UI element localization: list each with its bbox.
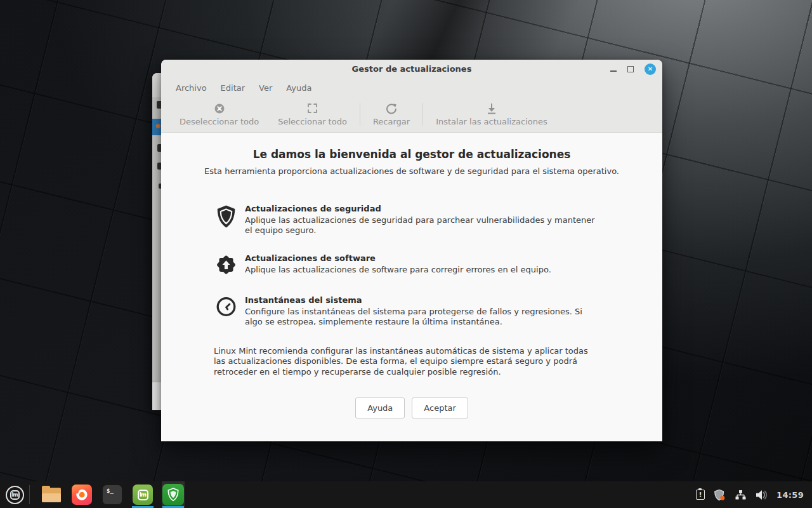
snapshot-clock-icon (216, 295, 237, 328)
toolbar-separator (422, 103, 423, 126)
taskbar-item-update-manager[interactable] (162, 481, 185, 508)
install-updates-label: Instalar las actualizaciones (436, 117, 547, 126)
taskbar-item-files[interactable] (40, 481, 63, 508)
menu-ver[interactable]: Ver (252, 83, 279, 93)
background-window-sliver[interactable] (152, 73, 161, 410)
close-button[interactable]: ✕ (645, 64, 656, 75)
section-body: Aplique las actualizaciones de seguridad… (245, 215, 600, 236)
welcome-panel: Le damos la bienvenida al gestor de actu… (161, 133, 662, 441)
refresh-button[interactable]: Recargar (363, 103, 419, 126)
refresh-label: Recargar (373, 117, 410, 126)
help-button[interactable]: Ayuda (355, 398, 405, 418)
deselect-all-button[interactable]: Deseleccionar todo (170, 103, 268, 126)
install-updates-icon (486, 103, 497, 114)
section-system-snapshots: Instantáneas del sistema Configure las i… (216, 295, 600, 328)
welcome-title: Le damos la bienvenida al gestor de actu… (161, 148, 662, 161)
folder-icon (42, 488, 61, 502)
background-window-footer (152, 382, 161, 410)
section-title: Instantáneas del sistema (245, 295, 600, 305)
mint-logo-icon: lm (6, 486, 24, 504)
section-title: Actualizaciones de seguridad (245, 204, 600, 213)
taskbar-clock[interactable]: 14:59 (776, 490, 804, 500)
deselect-all-icon (214, 103, 225, 114)
select-all-label: Seleccionar todo (278, 117, 347, 126)
select-all-button[interactable]: Seleccionar todo (268, 103, 357, 126)
update-manager-window: Gestor de actualizaciones ✕ Archivo Edit… (161, 60, 662, 441)
titlebar[interactable]: Gestor de actualizaciones ✕ (161, 60, 662, 79)
taskbar-item-firefox[interactable] (70, 481, 93, 508)
section-software-updates: Actualizaciones de software Aplique las … (216, 253, 600, 278)
taskbar: lm $_ lm (0, 481, 812, 508)
menu-archivo[interactable]: Archivo (169, 83, 214, 93)
menubar: Archivo Editar Ver Ayuda (161, 79, 662, 97)
background-window-titlebar (152, 73, 161, 97)
toolbar-separator (360, 103, 360, 126)
install-updates-button[interactable]: Instalar las actualizaciones (426, 103, 557, 126)
firefox-icon (72, 485, 92, 505)
update-manager-shield-icon (162, 484, 184, 505)
toolbar: Deseleccionar todo Seleccionar todo Reca… (161, 97, 662, 133)
welcome-subtitle: Esta herramienta proporciona actualizaci… (161, 166, 662, 176)
recommendation-text: Linux Mint recomienda configurar las ins… (214, 346, 600, 377)
volume-icon[interactable] (756, 490, 768, 500)
window-title: Gestor de actualizaciones (161, 60, 662, 79)
background-window-selected-row-icon (156, 124, 160, 128)
menu-ayuda[interactable]: Ayuda (279, 83, 318, 93)
section-body: Configure las instantáneas del sistema p… (245, 307, 600, 328)
security-shield-icon (216, 204, 237, 236)
mint-welcome-icon: lm (133, 485, 153, 505)
ok-button[interactable]: Aceptar (412, 398, 468, 418)
select-all-icon (308, 103, 317, 114)
updates-clipboard-icon[interactable]: ! (696, 490, 705, 500)
refresh-icon (386, 103, 397, 114)
network-icon[interactable] (735, 490, 747, 500)
section-title: Actualizaciones de software (245, 253, 551, 263)
desktop: Gestor de actualizaciones ✕ Archivo Edit… (0, 0, 812, 508)
menu-editar[interactable]: Editar (214, 83, 252, 93)
occluded-list-item-fragment (157, 101, 161, 109)
terminal-icon: $_ (102, 485, 122, 505)
mint-menu-button[interactable]: lm (0, 481, 29, 508)
minimize-button[interactable] (610, 70, 617, 72)
shield-notification-icon[interactable] (714, 489, 726, 501)
taskbar-item-terminal[interactable]: $_ (101, 481, 124, 508)
maximize-button[interactable] (627, 66, 634, 72)
section-security-updates: Actualizaciones de seguridad Aplique las… (216, 204, 600, 236)
software-badge-icon (216, 253, 237, 278)
deselect-all-label: Deseleccionar todo (180, 117, 259, 126)
taskbar-separator (29, 485, 30, 504)
section-body: Aplique las actualizaciones de software … (245, 265, 551, 275)
taskbar-item-mint-welcome[interactable]: lm (131, 481, 154, 508)
